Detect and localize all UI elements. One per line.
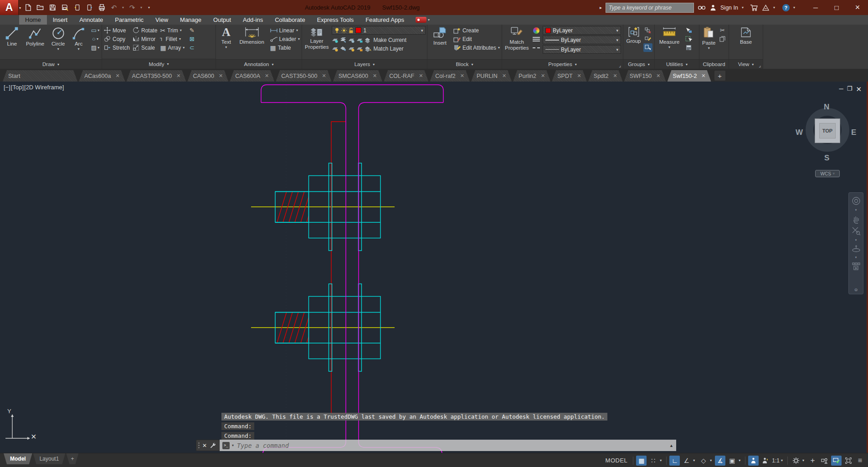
full-navigation-wheel-icon[interactable] bbox=[852, 196, 861, 205]
close-icon[interactable]: ✕ bbox=[502, 73, 506, 79]
array-caret-icon[interactable]: ▾ bbox=[183, 46, 185, 50]
color-dropdown-caret-icon[interactable]: ▾ bbox=[616, 28, 618, 33]
hatch-button[interactable]: ▨ bbox=[91, 43, 100, 52]
circle-button[interactable]: Circle ▾ bbox=[48, 26, 68, 60]
quick-calculator-icon[interactable] bbox=[684, 43, 693, 52]
zoom-extents-icon[interactable] bbox=[852, 226, 861, 236]
ribbon-tab-output[interactable]: Output bbox=[207, 15, 237, 25]
close-icon[interactable]: ✕ bbox=[701, 73, 705, 79]
lineweight-icon[interactable] bbox=[533, 37, 540, 38]
layer-on-sun-icon[interactable] bbox=[332, 46, 339, 52]
wcs-dropdown[interactable]: WCS ▿ bbox=[815, 170, 840, 177]
linetype-dropdown[interactable]: ByLayer ▾ bbox=[543, 45, 621, 54]
osnap-caret-icon[interactable]: ▾ bbox=[739, 458, 742, 462]
viewcube-face-top[interactable]: TOP bbox=[815, 118, 840, 143]
workspace-switching-gear-icon[interactable] bbox=[791, 456, 801, 466]
panel-label-clipboard[interactable]: Clipboard bbox=[699, 59, 729, 69]
open-folder-icon[interactable] bbox=[36, 4, 44, 12]
new-drawing-tab-button[interactable]: + bbox=[714, 71, 725, 81]
minimize-button[interactable]: ─ bbox=[805, 0, 826, 15]
user-icon[interactable] bbox=[709, 4, 717, 11]
panel-label-properties[interactable]: Properties ⌟ bbox=[502, 59, 623, 69]
fillet-caret-icon[interactable]: ▾ bbox=[179, 37, 181, 41]
copy-clip-icon[interactable] bbox=[718, 35, 727, 43]
select-objects-icon[interactable] bbox=[684, 35, 693, 43]
undo-icon[interactable]: ↶ bbox=[110, 4, 118, 12]
viewport-minimize-control[interactable]: [−] bbox=[4, 84, 10, 91]
layer-dropdown[interactable]: 1 ▾ bbox=[332, 26, 426, 35]
new-layout-button[interactable]: + bbox=[66, 453, 78, 464]
plot-mobile-upload-icon[interactable] bbox=[73, 4, 81, 12]
app-store-cart-icon[interactable] bbox=[750, 4, 758, 11]
rotate-button[interactable]: Rotate bbox=[133, 26, 157, 35]
annotation-scale-caret-icon[interactable]: ▾ bbox=[781, 458, 785, 462]
panel-label-layers[interactable]: Layers bbox=[302, 59, 427, 69]
fillet-button[interactable]: ⌐Fillet▾ bbox=[160, 35, 185, 43]
clean-screen-icon[interactable] bbox=[843, 456, 853, 466]
application-menu-button[interactable]: A bbox=[0, 0, 19, 15]
command-close-icon[interactable]: ✕ bbox=[201, 442, 208, 449]
file-tab[interactable]: CAST350-500✕ bbox=[276, 70, 331, 82]
quick-select-icon[interactable] bbox=[684, 26, 693, 35]
search-collapse-icon[interactable]: ▸ bbox=[600, 5, 602, 10]
viewcube-south[interactable]: S bbox=[824, 154, 829, 163]
save-as-icon[interactable] bbox=[61, 4, 69, 12]
command-expand-icon[interactable]: ▲ bbox=[669, 443, 673, 448]
customization-menu-icon[interactable]: ≡ bbox=[855, 456, 865, 466]
qat-customize-caret-icon[interactable]: ▾ bbox=[148, 6, 150, 10]
drag-grip-icon[interactable] bbox=[198, 442, 200, 449]
search-input[interactable] bbox=[606, 3, 694, 13]
group-button[interactable]: Group bbox=[625, 26, 642, 60]
close-icon[interactable]: ✕ bbox=[613, 73, 617, 79]
match-layer-icon[interactable] bbox=[365, 46, 372, 52]
panel-label-view[interactable]: View ⌟ bbox=[729, 59, 763, 69]
annotation-visibility-icon[interactable] bbox=[748, 456, 759, 466]
group-selection-toggle-icon[interactable] bbox=[643, 43, 652, 52]
object-snap-icon[interactable]: ▣ bbox=[727, 456, 737, 466]
viewcube-north[interactable]: N bbox=[824, 103, 829, 112]
model-tab[interactable]: Model bbox=[4, 453, 32, 464]
ribbon-tab-parametric[interactable]: Parametric bbox=[109, 15, 149, 25]
match-properties-button[interactable]: Match Properties bbox=[504, 26, 529, 60]
workspace-caret-icon[interactable]: ▾ bbox=[802, 458, 806, 462]
redo-caret-icon[interactable]: ▾ bbox=[140, 6, 142, 10]
ribbon-tab-home[interactable]: Home bbox=[19, 15, 47, 25]
autodesk-a360-icon[interactable] bbox=[762, 4, 770, 11]
color-wheel-icon[interactable] bbox=[533, 27, 539, 34]
a360-caret-icon[interactable]: ▾ bbox=[773, 6, 775, 10]
orbit-icon[interactable] bbox=[852, 245, 861, 253]
ribbon-tab-express-tools[interactable]: Express Tools bbox=[311, 15, 360, 25]
circle-caret-icon[interactable]: ▾ bbox=[57, 47, 59, 51]
ribbon-tab-featured-apps[interactable]: Featured Apps bbox=[360, 15, 410, 25]
show-motion-icon[interactable] bbox=[852, 262, 861, 270]
explode-icon[interactable]: ⊠ bbox=[187, 35, 196, 43]
insert-block-button[interactable]: Insert bbox=[429, 26, 451, 60]
close-icon[interactable]: ✕ bbox=[176, 73, 180, 79]
rectangle-button[interactable]: ▭ bbox=[91, 26, 100, 35]
layer-lock-icon[interactable] bbox=[356, 37, 363, 43]
navbar-collapse-icon[interactable]: ⊖ bbox=[854, 287, 858, 292]
object-snap-tracking-icon[interactable]: ∡ bbox=[715, 456, 725, 466]
command-input-field[interactable]: >_ ▾ ▲ bbox=[220, 440, 676, 451]
text-button[interactable]: A Text ▾ bbox=[218, 26, 235, 60]
cut-icon[interactable]: ✂ bbox=[718, 26, 727, 35]
panel-label-groups[interactable]: Groups bbox=[623, 59, 654, 69]
print-icon[interactable] bbox=[98, 4, 106, 12]
file-tab[interactable]: PURLIN✕ bbox=[471, 70, 512, 82]
close-icon[interactable]: ✕ bbox=[460, 73, 464, 79]
ribbon-tab-add-ins[interactable]: Add-ins bbox=[237, 15, 269, 25]
polar-tracking-icon[interactable]: ∠ bbox=[681, 456, 692, 466]
array-button[interactable]: ▦Array▾ bbox=[160, 43, 185, 52]
mirror-button[interactable]: Mirror bbox=[133, 35, 157, 43]
paste-caret-icon[interactable]: ▾ bbox=[708, 46, 710, 50]
annotation-scale-value[interactable]: 1:1 bbox=[772, 457, 780, 464]
close-icon[interactable]: ✕ bbox=[265, 73, 269, 79]
save-icon[interactable] bbox=[48, 4, 56, 12]
hardware-acceleration-icon[interactable] bbox=[831, 456, 842, 466]
arc-caret-icon[interactable]: ▾ bbox=[78, 47, 80, 51]
snap-caret-icon[interactable]: ▾ bbox=[660, 458, 663, 462]
lineweight-dropdown[interactable]: ByLayer ▾ bbox=[543, 36, 621, 44]
offset-icon[interactable]: ⊂ bbox=[187, 43, 196, 52]
grid-toggle-icon[interactable]: ▦ bbox=[636, 456, 647, 466]
viewcube-west[interactable]: W bbox=[796, 128, 803, 137]
